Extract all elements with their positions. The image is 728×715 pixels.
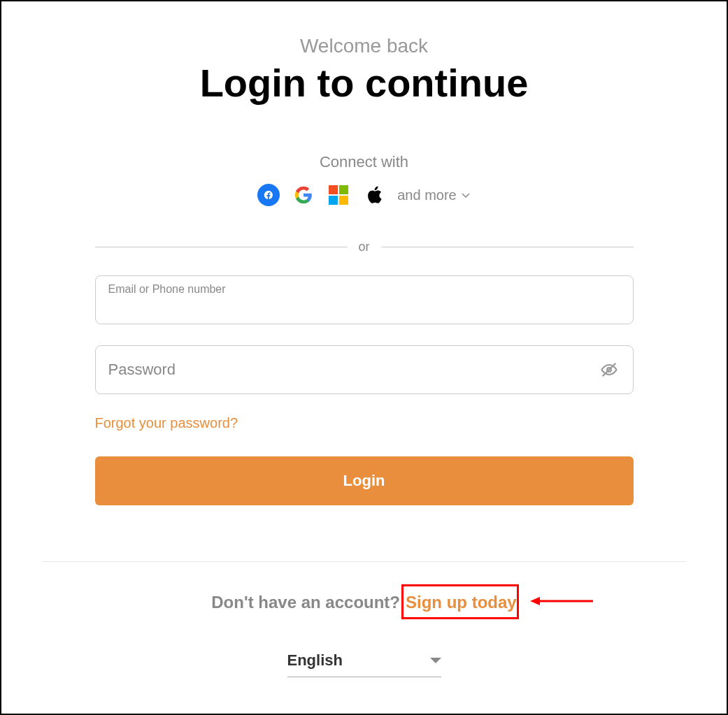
apple-icon[interactable] xyxy=(362,184,385,206)
annotation-arrow-icon xyxy=(530,593,593,612)
signup-row: Don't have an account? Sign up today xyxy=(1,593,727,612)
forgot-password-link[interactable]: Forgot your password? xyxy=(95,415,634,431)
bottom-divider xyxy=(43,561,686,562)
password-field[interactable]: Password xyxy=(95,345,634,394)
facebook-icon[interactable] xyxy=(257,184,280,206)
toggle-password-visibility-icon[interactable] xyxy=(599,360,619,380)
chevron-down-icon xyxy=(430,658,441,663)
google-icon[interactable] xyxy=(292,184,315,206)
language-selector[interactable]: English xyxy=(287,651,441,677)
divider: or xyxy=(95,240,634,254)
microsoft-icon[interactable] xyxy=(327,184,350,206)
more-label: and more xyxy=(397,187,457,203)
chevron-down-icon xyxy=(461,190,471,200)
password-placeholder: Password xyxy=(108,361,176,379)
svg-point-0 xyxy=(257,184,280,206)
divider-text: or xyxy=(359,240,370,254)
language-label: English xyxy=(287,651,343,670)
signup-link[interactable]: Sign up today xyxy=(406,593,517,612)
email-field[interactable]: Email or Phone number xyxy=(95,275,634,324)
page-title: Login to continue xyxy=(200,60,529,106)
connect-with-label: Connect with xyxy=(320,153,408,171)
svg-marker-4 xyxy=(530,597,540,605)
welcome-text: Welcome back xyxy=(300,35,428,57)
email-label: Email or Phone number xyxy=(108,283,226,296)
social-login-row: and more xyxy=(257,184,471,206)
more-providers-dropdown[interactable]: and more xyxy=(397,187,471,203)
signup-prompt: Don't have an account? xyxy=(211,593,400,612)
login-button[interactable]: Login xyxy=(95,456,634,505)
